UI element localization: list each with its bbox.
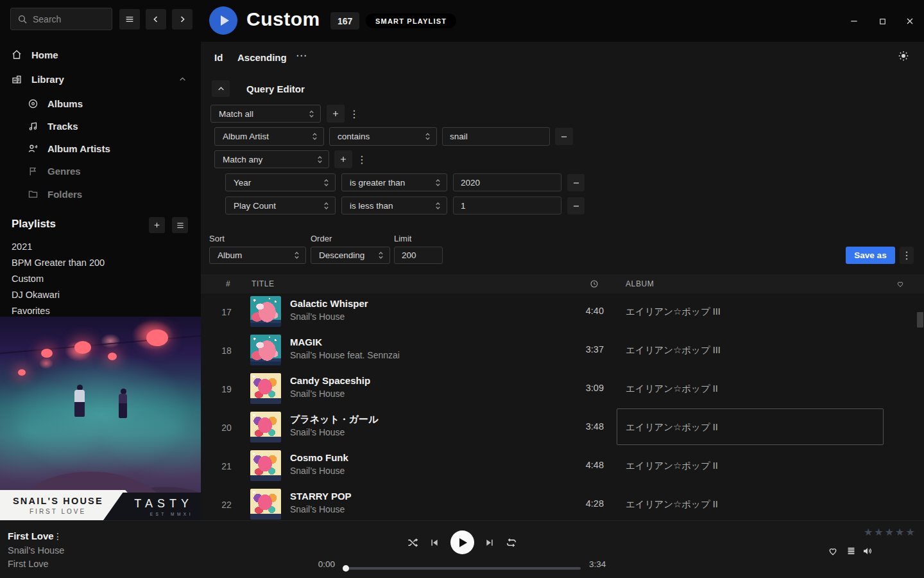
rule2-operator-select[interactable]: is greater than <box>341 173 447 191</box>
albums-disc-icon <box>28 98 38 109</box>
minimize-icon <box>849 16 859 26</box>
sidebar-item-genres[interactable]: Genres <box>0 162 201 180</box>
add-rule-button-group2[interactable] <box>334 150 352 168</box>
rule1-value-input[interactable] <box>442 127 550 146</box>
group1-menu-button[interactable]: ⋮ <box>347 105 361 123</box>
sidebar-item-albums[interactable]: Albums <box>0 94 201 112</box>
track-artist: Snail’s House <box>290 427 345 437</box>
sort-select[interactable]: Album <box>209 247 306 264</box>
playlist-item-bpm[interactable]: BPM Greater than 200 <box>12 256 191 270</box>
rule1-field-select[interactable]: Album Artist <box>214 127 324 146</box>
table-row[interactable]: 17 Galactic Whisper Snail’s House 4:40 エ… <box>201 292 924 331</box>
sidebar-item-tracks[interactable]: Tracks <box>0 117 201 135</box>
settings-button[interactable] <box>898 50 909 62</box>
star-icon[interactable]: ★ <box>874 526 883 538</box>
favorite-heart-icon[interactable] <box>896 279 905 288</box>
rule2-field-select[interactable]: Year <box>225 173 336 191</box>
group2-menu-button[interactable]: ⋮ <box>355 150 369 168</box>
track-album: エイリアン☆ポップ II <box>626 383 718 395</box>
plus-icon <box>331 109 340 118</box>
shuffle-button[interactable] <box>404 534 421 551</box>
limit-input[interactable] <box>394 247 443 264</box>
window-close-button[interactable] <box>902 13 918 30</box>
volume-button[interactable] <box>861 545 874 557</box>
duration-clock-icon[interactable] <box>590 279 599 288</box>
chevron-up-icon[interactable] <box>178 75 187 83</box>
column-title[interactable]: TITLE <box>252 279 275 288</box>
menu-button[interactable] <box>119 9 140 30</box>
shuffle-icon <box>406 536 419 549</box>
track-duration: 4:28 <box>559 498 604 509</box>
sidebar-item-album-artists[interactable]: Album Artists <box>0 139 201 157</box>
save-as-button[interactable]: Save as <box>846 247 895 264</box>
rule3-field-select[interactable]: Play Count <box>225 197 336 215</box>
sort-direction-button[interactable]: Ascending <box>237 52 287 63</box>
play-icon <box>459 538 467 547</box>
rule3-operator-select[interactable]: is less than <box>341 197 447 215</box>
playlist-options-button[interactable]: ⋮ <box>900 247 914 264</box>
playlist-list-view-button[interactable] <box>172 217 188 233</box>
rule2-value-input[interactable] <box>453 173 561 191</box>
query-editor-collapse-button[interactable] <box>212 80 230 97</box>
rule1-remove-button[interactable] <box>555 128 573 145</box>
add-playlist-button[interactable] <box>149 217 165 233</box>
sidebar-item-label: Library <box>31 74 64 85</box>
play-pause-button[interactable] <box>450 530 474 554</box>
now-playing-artist[interactable]: Snail’s House <box>8 545 64 556</box>
folder-icon <box>28 189 38 200</box>
album-thumbnail <box>250 450 281 481</box>
table-row[interactable]: 19 Candy Spaceship Snail’s House 3:09 エイ… <box>201 369 924 408</box>
rule1-operator-select[interactable]: contains <box>329 127 437 146</box>
playlist-item-favorites[interactable]: Favorites <box>12 304 191 318</box>
sidebar-item-home[interactable]: Home <box>0 46 201 64</box>
rule3-value-input[interactable] <box>453 197 561 215</box>
repeat-button[interactable] <box>503 534 520 551</box>
table-row[interactable]: 22 STARRY POP Snail’s House 4:28 エイリアン☆ポ… <box>201 485 924 520</box>
minus-icon <box>572 179 581 188</box>
star-icon[interactable]: ★ <box>895 526 904 538</box>
now-playing-album[interactable]: First Love <box>8 559 49 569</box>
previous-track-button[interactable] <box>426 534 443 551</box>
seek-handle[interactable] <box>343 565 349 572</box>
match-mode-select-group2[interactable]: Match any <box>214 150 329 168</box>
add-rule-button-group1[interactable] <box>327 105 345 123</box>
now-playing-cover-art[interactable]: SNAIL'S HOUSE FIRST LOVE TASTY EST MMXI <box>0 317 201 520</box>
favorite-button[interactable] <box>826 545 839 557</box>
rule3-remove-button[interactable] <box>567 197 585 215</box>
page-title: Custom <box>246 8 320 30</box>
album-thumbnail <box>250 373 281 404</box>
playlist-item-custom[interactable]: Custom <box>12 272 191 286</box>
search-box[interactable] <box>10 8 112 30</box>
playlist-item-2021[interactable]: 2021 <box>12 240 191 254</box>
sidebar-item-library[interactable]: Library <box>0 70 201 88</box>
window-maximize-button[interactable] <box>874 13 891 30</box>
next-track-button[interactable] <box>481 534 498 551</box>
table-row[interactable]: 18 MAGIK Snail’s House feat. Sennzai 3:3… <box>201 331 924 369</box>
focused-album-cell[interactable] <box>617 408 884 445</box>
table-row[interactable]: 20 プラネット・ガール Snail’s House 3:48 エイリアン☆ポッ… <box>201 408 924 446</box>
sort-field-button[interactable]: Id <box>214 52 223 63</box>
column-number[interactable]: # <box>226 279 230 288</box>
select-updown-icon <box>425 132 431 141</box>
star-icon[interactable]: ★ <box>905 526 914 538</box>
sidebar-item-folders[interactable]: Folders <box>0 185 201 203</box>
more-options-button[interactable]: ⋯ <box>296 49 307 62</box>
search-input[interactable] <box>33 14 97 24</box>
queue-button[interactable] <box>844 545 857 557</box>
column-album[interactable]: ALBUM <box>626 279 654 288</box>
match-mode-select-group1[interactable]: Match all <box>210 105 321 123</box>
now-playing-menu-button[interactable]: ⋮ <box>53 531 62 541</box>
scrollbar-thumb[interactable] <box>917 312 923 328</box>
play-playlist-button[interactable] <box>209 6 237 35</box>
rule2-remove-button[interactable] <box>567 174 585 191</box>
star-icon[interactable]: ★ <box>864 526 873 538</box>
back-button[interactable] <box>146 9 166 30</box>
sidebar-item-label: Home <box>31 49 58 60</box>
table-row[interactable]: 21 Cosmo Funk Snail’s House 4:48 エイリアン☆ポ… <box>201 446 924 485</box>
star-icon[interactable]: ★ <box>885 526 894 538</box>
seek-bar[interactable] <box>343 567 581 570</box>
forward-button[interactable] <box>172 9 193 30</box>
order-select[interactable]: Descending <box>311 247 390 264</box>
playlist-item-dj-okawari[interactable]: DJ Okawari <box>12 288 191 302</box>
window-minimize-button[interactable] <box>846 13 862 30</box>
